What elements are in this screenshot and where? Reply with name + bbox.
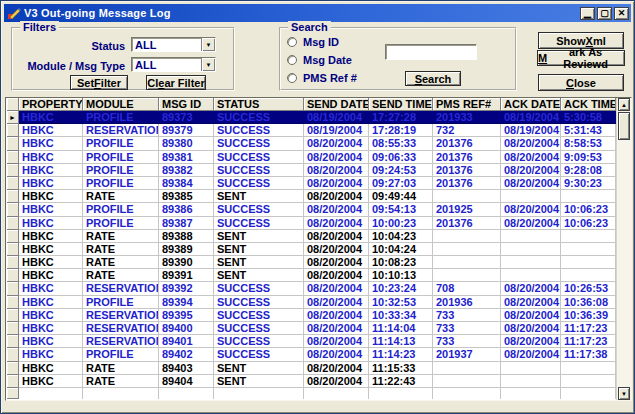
row-selector[interactable]: [7, 322, 19, 335]
table-cell[interactable]: 10:26:53: [561, 282, 616, 295]
table-cell[interactable]: [561, 269, 616, 282]
table-cell[interactable]: 89392: [159, 282, 214, 295]
table-cell[interactable]: 10:08:23: [369, 256, 433, 269]
table-cell[interactable]: HBKC: [19, 151, 83, 164]
table-cell[interactable]: 89381: [159, 151, 214, 164]
clear-filter-button[interactable]: Clear Filter: [146, 75, 206, 90]
table-row[interactable]: ►HBKCPROFILE89373SUCCESS08/19/200417:27:…: [7, 111, 616, 124]
table-cell[interactable]: 11:15:33: [369, 362, 433, 375]
table-cell[interactable]: 89373: [159, 111, 214, 124]
row-selector[interactable]: [7, 217, 19, 230]
table-cell[interactable]: HBKC: [19, 164, 83, 177]
table-cell[interactable]: RATE: [83, 269, 159, 282]
table-cell[interactable]: SUCCESS: [214, 322, 304, 335]
table-cell[interactable]: SENT: [214, 230, 304, 243]
table-row[interactable]: HBKCRATE89404SENT08/20/200411:22:43: [7, 375, 616, 388]
table-cell[interactable]: 08/20/2004: [501, 151, 561, 164]
table-cell[interactable]: HBKC: [19, 269, 83, 282]
table-cell[interactable]: 89380: [159, 137, 214, 150]
radio-msg-date[interactable]: Msg Date: [287, 54, 352, 66]
table-cell[interactable]: 10:33:34: [369, 309, 433, 322]
table-cell[interactable]: SENT: [214, 243, 304, 256]
table-cell[interactable]: 5:31:43: [561, 124, 616, 137]
table-cell[interactable]: 11:22:43: [369, 375, 433, 388]
table-cell[interactable]: 89386: [159, 203, 214, 216]
table-cell[interactable]: SUCCESS: [214, 296, 304, 309]
table-cell[interactable]: 08:55:33: [369, 137, 433, 150]
table-row[interactable]: HBKCPROFILE89394SUCCESS08/20/200410:32:5…: [7, 296, 616, 309]
table-cell[interactable]: 89391: [159, 269, 214, 282]
table-cell[interactable]: SENT: [214, 269, 304, 282]
table-cell[interactable]: 08/20/2004: [304, 230, 369, 243]
table-cell[interactable]: [501, 269, 561, 282]
table-cell[interactable]: 11:17:23: [561, 322, 616, 335]
table-cell[interactable]: 89379: [159, 124, 214, 137]
table-cell[interactable]: 08/20/2004: [304, 203, 369, 216]
table-cell[interactable]: PROFILE: [83, 111, 159, 124]
table-cell[interactable]: HBKC: [19, 362, 83, 375]
table-cell[interactable]: SUCCESS: [214, 309, 304, 322]
table-cell[interactable]: 08/20/2004: [501, 177, 561, 190]
table-cell[interactable]: HBKC: [19, 256, 83, 269]
radio-msg-id[interactable]: Msg ID: [287, 36, 339, 48]
table-cell[interactable]: RATE: [83, 256, 159, 269]
table-cell[interactable]: 201376: [433, 151, 501, 164]
table-cell[interactable]: 201937: [433, 348, 501, 361]
row-selector[interactable]: [7, 348, 19, 361]
table-cell[interactable]: SUCCESS: [214, 137, 304, 150]
table-cell[interactable]: HBKC: [19, 296, 83, 309]
table-cell[interactable]: 10:36:39: [561, 309, 616, 322]
table-row[interactable]: HBKCRATE89390SENT08/20/200410:08:23: [7, 256, 616, 269]
table-cell[interactable]: SUCCESS: [214, 151, 304, 164]
row-selector[interactable]: [7, 151, 19, 164]
table-cell[interactable]: 08/19/2004: [304, 111, 369, 124]
table-cell[interactable]: HBKC: [19, 348, 83, 361]
minimize-icon[interactable]: ▁: [580, 7, 595, 20]
table-cell[interactable]: PROFILE: [83, 177, 159, 190]
table-cell[interactable]: 201376: [433, 137, 501, 150]
table-cell[interactable]: HBKC: [19, 137, 83, 150]
scroll-down-icon[interactable]: ▼: [618, 387, 630, 400]
table-cell[interactable]: 11:14:13: [369, 335, 433, 348]
table-cell[interactable]: 201376: [433, 217, 501, 230]
table-cell[interactable]: SENT: [214, 362, 304, 375]
table-cell[interactable]: [433, 230, 501, 243]
table-cell[interactable]: RATE: [83, 230, 159, 243]
table-cell[interactable]: 08/19/2004: [501, 111, 561, 124]
table-cell[interactable]: PROFILE: [83, 164, 159, 177]
table-cell[interactable]: RESERVATION: [83, 282, 159, 295]
table-row[interactable]: HBKCPROFILE89381SUCCESS08/20/200409:06:3…: [7, 151, 616, 164]
table-cell[interactable]: 89400: [159, 322, 214, 335]
row-selector[interactable]: [7, 203, 19, 216]
table-cell[interactable]: [561, 256, 616, 269]
table-cell[interactable]: 733: [433, 309, 501, 322]
table-cell[interactable]: RATE: [83, 362, 159, 375]
table-cell[interactable]: RESERVATION: [83, 322, 159, 335]
table-cell[interactable]: 08/20/2004: [304, 137, 369, 150]
table-cell[interactable]: HBKC: [19, 203, 83, 216]
table-cell[interactable]: 5:30:58: [561, 111, 616, 124]
table-cell[interactable]: 17:27:28: [369, 111, 433, 124]
table-row[interactable]: HBKCRESERVATION89401SUCCESS08/20/200411:…: [7, 335, 616, 348]
set-filter-button[interactable]: Set Filter: [70, 75, 128, 90]
table-row[interactable]: HBKCRATE89385SENT08/20/200409:49:44: [7, 190, 616, 203]
row-selector[interactable]: [7, 256, 19, 269]
scroll-up-icon[interactable]: ▲: [618, 98, 630, 111]
table-cell[interactable]: [501, 362, 561, 375]
table-cell[interactable]: 11:17:23: [561, 335, 616, 348]
table-cell[interactable]: HBKC: [19, 111, 83, 124]
table-cell[interactable]: 08/20/2004: [304, 243, 369, 256]
table-cell[interactable]: PROFILE: [83, 137, 159, 150]
table-cell[interactable]: 201925: [433, 203, 501, 216]
table-cell[interactable]: 708: [433, 282, 501, 295]
row-selector[interactable]: [7, 335, 19, 348]
search-button[interactable]: Search: [405, 71, 461, 86]
table-cell[interactable]: RESERVATION: [83, 124, 159, 137]
mark-as-reviewed-button[interactable]: Mark As Reviewd: [537, 50, 625, 66]
table-cell[interactable]: 08/19/2004: [501, 124, 561, 137]
table-cell[interactable]: 201376: [433, 164, 501, 177]
table-cell[interactable]: 89402: [159, 348, 214, 361]
table-row[interactable]: HBKCRESERVATION89400SUCCESS08/20/200411:…: [7, 322, 616, 335]
table-cell[interactable]: 08/20/2004: [501, 217, 561, 230]
table-cell[interactable]: HBKC: [19, 177, 83, 190]
